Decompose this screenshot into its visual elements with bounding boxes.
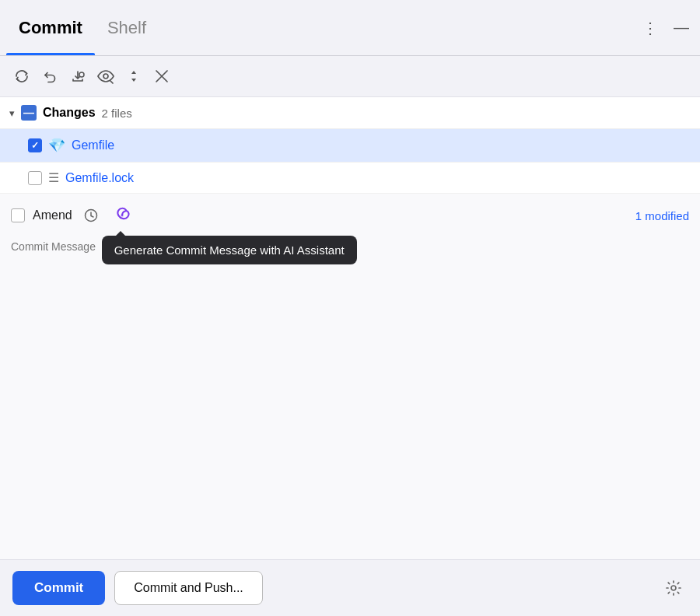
gemfile-name: Gemfile xyxy=(72,138,114,152)
tab-commit[interactable]: Commit xyxy=(6,0,95,55)
svg-point-0 xyxy=(79,72,84,77)
tab-bar: Commit Shelf ⋮ — xyxy=(0,0,700,56)
text-file-icon: ☰ xyxy=(48,170,59,185)
file-item-gemfile-lock[interactable]: ☰ Gemfile.lock xyxy=(0,163,700,194)
svg-point-3 xyxy=(121,214,124,217)
close-all-icon[interactable] xyxy=(149,64,174,89)
undo-icon[interactable] xyxy=(37,64,62,89)
history-button[interactable] xyxy=(80,205,102,226)
toolbar xyxy=(0,56,700,97)
gemfile-checkbox[interactable] xyxy=(28,138,42,152)
commit-button[interactable]: Commit xyxy=(12,571,105,605)
svg-point-1 xyxy=(103,74,108,79)
chevron-down-icon[interactable]: ▾ xyxy=(9,107,15,119)
footer-bar: Commit Commit and Push... xyxy=(0,559,700,616)
ai-button-container: Generate Commit Message with AI Assistan… xyxy=(110,203,135,228)
svg-point-4 xyxy=(671,586,676,590)
changes-label: Changes xyxy=(43,106,96,120)
commit-message-input[interactable] xyxy=(11,240,689,548)
tab-shelf[interactable]: Shelf xyxy=(95,0,159,55)
changes-count: 2 files xyxy=(102,107,132,120)
amend-label: Amend xyxy=(33,208,72,222)
expand-icon[interactable] xyxy=(121,64,146,89)
refresh-icon[interactable] xyxy=(9,64,34,89)
gemfile-lock-checkbox[interactable] xyxy=(28,171,42,185)
partial-select-icon: — xyxy=(21,105,37,121)
changes-header: ▾ — Changes 2 files xyxy=(0,97,700,129)
commit-and-push-button[interactable]: Commit and Push... xyxy=(114,571,263,605)
minimize-button[interactable]: — xyxy=(669,16,694,40)
download-icon[interactable] xyxy=(65,64,90,89)
more-options-button[interactable]: ⋮ xyxy=(638,16,663,40)
amend-row: Amend Generate Commit Message with AI As… xyxy=(0,194,700,237)
bottom-section: Amend Generate Commit Message with AI As… xyxy=(0,194,700,559)
commit-message-area xyxy=(0,237,700,559)
amend-checkbox[interactable] xyxy=(11,208,25,222)
settings-button[interactable] xyxy=(660,574,688,602)
tab-actions: ⋮ — xyxy=(638,16,694,40)
modified-count: 1 modified xyxy=(635,209,689,222)
file-item-gemfile[interactable]: 💎 Gemfile xyxy=(0,129,700,163)
file-list-area: ▾ — Changes 2 files 💎 Gemfile ☰ Gemfile.… xyxy=(0,97,700,194)
eye-icon[interactable] xyxy=(93,64,118,89)
ruby-file-icon: 💎 xyxy=(48,137,65,154)
gemfile-lock-name: Gemfile.lock xyxy=(65,171,134,185)
ai-commit-button[interactable] xyxy=(110,203,135,228)
